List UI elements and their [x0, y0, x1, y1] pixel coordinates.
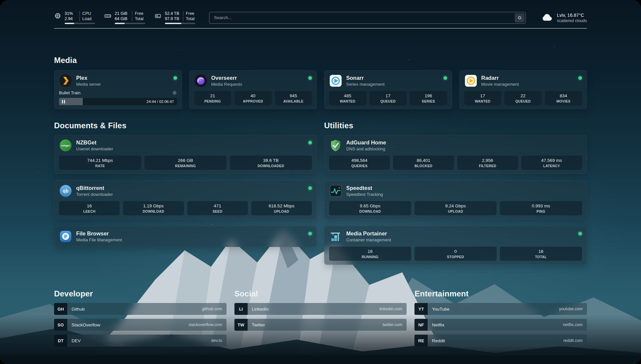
- svg-text:nzbget: nzbget: [61, 144, 70, 147]
- stat-movies: 834 MOVIES: [545, 91, 582, 105]
- app-card-plex[interactable]: Plex Media server Bullet Train: [54, 70, 182, 109]
- reddit-icon: RE: [414, 335, 428, 347]
- stat-upload: 618.52 Mbps UPLOAD: [251, 201, 312, 215]
- app-card-speedtest[interactable]: Speedtest Speedtest Tracking 9.65 Gbps D…: [324, 180, 587, 219]
- bookmark-dev[interactable]: DT DEV dev.to: [54, 335, 227, 347]
- svg-text:qb: qb: [63, 188, 68, 194]
- app-subtitle: Media Requests: [211, 82, 242, 87]
- stat-wanted: 17 WANTED: [464, 91, 502, 105]
- stat-total: 16 TOTAL: [500, 247, 582, 261]
- status-dot: [308, 186, 312, 190]
- section-utilities: Utilities: [324, 121, 587, 265]
- app-card-portainer[interactable]: Media Portainer Container management 16 …: [324, 226, 587, 265]
- memory-icon: [104, 12, 111, 21]
- app-name: Speedtest: [346, 185, 383, 191]
- bookmark-stackoverflow[interactable]: SO StackOverflow stackoverflow.com: [54, 319, 227, 331]
- stat-pending: 21 PENDING: [194, 91, 231, 105]
- stat-series: 196 SERIES: [410, 91, 447, 105]
- plex-now-playing: Bullet Train: [59, 90, 177, 105]
- section-social: Social LI LinkedIn linkedin.com TW Twitt…: [234, 289, 407, 331]
- search-bar: G: [209, 12, 526, 24]
- stat-download: 1.19 Gbps DOWNLOAD: [123, 201, 184, 215]
- search-engine-button[interactable]: G: [515, 13, 525, 22]
- memory-total-value: 64 GiB: [115, 16, 129, 21]
- disk-total-label: Total: [183, 16, 195, 21]
- cpu-progress-bar: [65, 23, 95, 24]
- stat-rate: 744.21 Mbps RATE: [59, 156, 141, 170]
- bookmark-netflix[interactable]: NF Netflix netflix.com: [414, 319, 587, 331]
- bookmark-twitter[interactable]: TW Twitter twitter.com: [234, 319, 407, 331]
- stat-remaining: 266 GB REMAINING: [144, 156, 227, 170]
- qbittorrent-icon: qb: [59, 184, 72, 197]
- stat-upload: 9.24 Gbps UPLOAD: [414, 201, 497, 215]
- disk-total-value: 97.9 TB: [165, 16, 180, 21]
- portainer-icon: [329, 230, 342, 243]
- app-subtitle: Series management: [346, 82, 384, 87]
- now-playing-title: Bullet Train: [59, 90, 80, 95]
- bookmark-github[interactable]: GH Github github.com: [54, 303, 227, 315]
- app-subtitle: DNS and adblocking: [346, 146, 386, 151]
- app-card-nzbget[interactable]: nzbget NZBGet Usenet downloader 74: [54, 135, 317, 174]
- app-card-filebrowser[interactable]: File Browser Media File Management: [54, 226, 317, 247]
- section-developer: Developer GH Github github.com SO StackO…: [54, 289, 227, 347]
- section-title-developer: Developer: [54, 289, 227, 298]
- bookmark-youtube[interactable]: YT YouTube youtube.com: [414, 303, 587, 315]
- disk-free-value: 52.4 TB: [165, 11, 180, 16]
- disk-free-label: Free: [183, 11, 195, 16]
- cpu-label: CPU: [79, 11, 95, 16]
- app-card-overseerr[interactable]: Overseerr Media Requests 21 PENDING 40 A…: [189, 70, 317, 109]
- bookmark-reddit[interactable]: RE Reddit reddit.com: [414, 335, 587, 347]
- app-card-qbittorrent[interactable]: qb qBittorrent Torrent downloader: [54, 180, 317, 219]
- memory-widget: 21 GiB Free 64 GiB Total: [104, 11, 145, 24]
- app-name: Media Portainer: [346, 230, 391, 237]
- disk-widget: 52.4 TB Free 97.9 TB Total: [154, 11, 195, 24]
- cpu-load-value: 2.94: [65, 16, 76, 21]
- gear-icon[interactable]: [172, 90, 177, 95]
- stat-ping: 0.993 ms PING: [500, 201, 582, 215]
- section-documents: Documents & Files nzbget: [54, 121, 317, 247]
- cpu-icon: [54, 12, 61, 21]
- section-entertainment: Entertainment YT YouTube youtube.com NF …: [414, 289, 587, 347]
- app-card-adguard[interactable]: AdGuard Home DNS and adblocking 498,564 …: [324, 135, 587, 174]
- section-title-documents: Documents & Files: [54, 121, 317, 130]
- adguard-icon: [329, 139, 342, 152]
- stat-queued: 17 QUEUED: [370, 91, 407, 105]
- playback-progress-bar[interactable]: 24:44 / 02:06:47: [59, 98, 177, 105]
- resource-widgets: 31% CPU 2.94 Load: [54, 11, 195, 24]
- app-subtitle: Usenet downloader: [76, 146, 113, 151]
- app-subtitle: Torrent downloader: [76, 192, 113, 197]
- linkedin-icon: LI: [234, 303, 248, 315]
- app-name: File Browser: [76, 230, 122, 237]
- memory-free-label: Free: [132, 11, 145, 16]
- pause-icon[interactable]: [62, 100, 65, 104]
- app-subtitle: Media File Management: [76, 237, 122, 242]
- twitter-icon: TW: [234, 319, 248, 331]
- plex-icon: [59, 74, 72, 87]
- stackoverflow-icon: SO: [54, 319, 67, 331]
- search-input[interactable]: [209, 12, 526, 24]
- app-subtitle: Speedtest Tracking: [346, 192, 383, 197]
- app-name: AdGuard Home: [346, 139, 386, 146]
- app-name: NZBGet: [76, 139, 113, 146]
- app-card-sonarr[interactable]: Sonarr Series management 485 WANTED 17 Q…: [324, 70, 452, 109]
- section-media: Media Plex: [54, 56, 587, 109]
- app-subtitle: Media server: [76, 82, 101, 87]
- status-dot: [578, 76, 582, 80]
- section-title-media: Media: [54, 56, 587, 65]
- stat-blocked: 86,401 BLOCKED: [393, 156, 454, 170]
- cpu-usage-value: 31%: [65, 11, 76, 16]
- cloud-icon: [541, 13, 553, 23]
- weather-location: Lviv, 16.87°C: [557, 13, 587, 18]
- status-dot: [308, 232, 312, 235]
- bookmark-linkedin[interactable]: LI LinkedIn linkedin.com: [234, 303, 407, 315]
- stat-running: 16 RUNNING: [329, 247, 411, 261]
- dashboard-screen: 31% CPU 2.94 Load: [0, 0, 641, 364]
- stat-download: 9.65 Gbps DOWNLOAD: [329, 201, 411, 215]
- app-card-radarr[interactable]: Radarr Movie management 17 WANTED 22 QUE…: [459, 70, 587, 109]
- status-dot: [578, 232, 582, 235]
- app-subtitle: Movie management: [481, 82, 519, 87]
- stat-filtered: 2,956 FILTERED: [457, 156, 518, 170]
- app-name: Plex: [76, 75, 101, 81]
- app-name: qBittorrent: [76, 185, 113, 191]
- stat-available: 945 AVAILABLE: [275, 91, 312, 105]
